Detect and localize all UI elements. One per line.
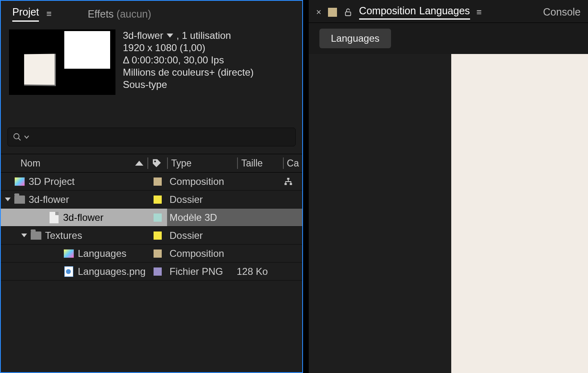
chevron-down-icon[interactable] — [24, 135, 29, 139]
label-swatch — [154, 231, 162, 240]
column-header-size[interactable]: Taille — [238, 158, 283, 169]
row-name-cell: 3d-flower — [1, 212, 148, 223]
viewer-canvas — [451, 54, 588, 373]
row-name: Languages — [78, 248, 127, 259]
row-type: Dossier — [167, 230, 237, 241]
project-rows: 3D ProjectComposition3d-flowerDossier3d-… — [1, 173, 302, 281]
row-name: 3D Project — [29, 176, 75, 187]
asset-duration: Δ 0:00:30:00, 30,00 Ips — [123, 54, 253, 66]
viewer-empty-area — [309, 54, 451, 373]
row-type: Composition — [167, 176, 237, 187]
label-swatch — [154, 178, 162, 186]
chevron-down-icon[interactable] — [5, 198, 11, 201]
composition-icon — [63, 249, 75, 258]
row-name-cell: Languages — [1, 248, 148, 259]
image-file-icon — [63, 267, 75, 276]
composition-panel-menu-icon[interactable]: ≡ — [477, 7, 482, 18]
column-header-type[interactable]: Type — [168, 158, 237, 169]
composition-icon — [14, 177, 25, 186]
asset-usage: , 1 utilisation — [176, 29, 231, 42]
row-name: Languages.png — [78, 266, 146, 277]
dropdown-icon[interactable] — [167, 34, 173, 38]
label-swatch — [154, 213, 162, 222]
svg-point-2 — [154, 161, 156, 162]
row-name: 3d-flower — [63, 212, 104, 223]
row-label-cell[interactable] — [148, 178, 167, 186]
asset-thumbnail — [9, 29, 115, 95]
project-row[interactable]: 3D ProjectComposition — [1, 173, 302, 191]
chevron-placeholder — [54, 270, 60, 273]
composition-label: Composition — [359, 5, 416, 17]
sort-ascending-icon — [135, 161, 143, 166]
row-type: Fichier PNG — [167, 266, 237, 277]
file-icon — [48, 213, 60, 222]
row-name-cell: 3D Project — [1, 176, 148, 187]
tab-composition[interactable]: Composition Languages — [359, 5, 470, 20]
row-type: Dossier — [167, 194, 237, 205]
svg-rect-3 — [287, 178, 289, 180]
folder-icon — [30, 231, 42, 240]
composition-swatch — [328, 8, 337, 17]
row-type: Modèle 3D — [167, 212, 237, 223]
row-label-cell[interactable] — [148, 213, 167, 222]
column-header-extra[interactable]: Ca — [284, 158, 302, 169]
label-swatch — [154, 195, 162, 204]
project-row[interactable]: Languages.pngFichier PNG128 Ko — [1, 263, 302, 281]
chevron-placeholder — [54, 252, 60, 255]
project-panel-menu-icon[interactable]: ≡ — [46, 9, 52, 19]
thumbnail-shape-small — [24, 54, 56, 86]
chevron-placeholder — [5, 180, 11, 183]
row-name-cell: Languages.png — [1, 266, 148, 277]
project-table-header: Nom Type Taille Ca — [1, 154, 302, 173]
tab-project[interactable]: Projet — [12, 6, 39, 22]
row-label-cell[interactable] — [148, 231, 167, 240]
row-type: Composition — [167, 248, 237, 259]
flowchart-icon[interactable] — [283, 177, 293, 186]
row-name-cell: 3d-flower — [1, 194, 148, 205]
row-name-cell: Textures — [1, 230, 148, 241]
asset-metadata: 3d-flower , 1 utilisation 1920 x 1080 (1… — [123, 29, 253, 95]
composition-name: Languages — [419, 5, 470, 17]
row-label-cell[interactable] — [148, 249, 167, 258]
chevron-down-icon[interactable] — [21, 234, 27, 237]
column-header-name[interactable]: Nom — [1, 158, 147, 169]
row-name: 3d-flower — [29, 194, 69, 205]
row-label-cell[interactable] — [148, 195, 167, 204]
row-label-cell[interactable] — [148, 267, 167, 276]
left-tabs: Projet ≡ Effets (aucun) — [1, 1, 302, 24]
thumbnail-shape-large — [64, 31, 110, 69]
tab-effects-suffix: (aucun) — [117, 8, 152, 20]
row-name: Textures — [45, 230, 82, 241]
close-icon[interactable]: × — [316, 7, 321, 18]
chevron-placeholder — [39, 216, 45, 219]
folder-icon — [14, 195, 25, 204]
composition-viewer[interactable] — [309, 54, 588, 373]
tab-console[interactable]: Console — [543, 6, 581, 18]
label-swatch — [154, 267, 162, 276]
project-row[interactable]: 3d-flowerDossier — [1, 191, 302, 209]
svg-rect-4 — [285, 183, 287, 185]
tag-icon — [152, 158, 162, 169]
unlock-icon[interactable] — [344, 7, 353, 17]
column-header-label[interactable] — [148, 158, 167, 169]
search-input[interactable] — [7, 128, 296, 146]
project-row[interactable]: 3d-flowerModèle 3D — [1, 209, 302, 227]
search-icon — [13, 133, 22, 142]
asset-dimensions: 1920 x 1080 (1,00) — [123, 42, 253, 54]
asset-title: 3d-flower — [123, 29, 163, 42]
svg-line-1 — [18, 138, 21, 141]
breadcrumb-bar: Languages — [309, 23, 588, 54]
right-tabs: × Composition Languages ≡ Console — [309, 0, 588, 23]
row-size: 128 Ko — [237, 266, 282, 277]
project-panel: Projet ≡ Effets (aucun) 3d-flower , 1 ut… — [0, 0, 303, 373]
composition-panel: × Composition Languages ≡ Console Langua… — [309, 0, 588, 373]
svg-point-0 — [14, 134, 19, 139]
tab-effects[interactable]: Effets (aucun) — [88, 8, 151, 20]
asset-subtype: Sous-type — [123, 79, 253, 91]
svg-rect-6 — [345, 12, 351, 16]
tab-effects-label: Effets — [88, 8, 113, 20]
project-row[interactable]: LanguagesComposition — [1, 245, 302, 263]
breadcrumb-item[interactable]: Languages — [319, 29, 391, 48]
project-row[interactable]: TexturesDossier — [1, 227, 302, 245]
row-extra — [282, 177, 302, 186]
